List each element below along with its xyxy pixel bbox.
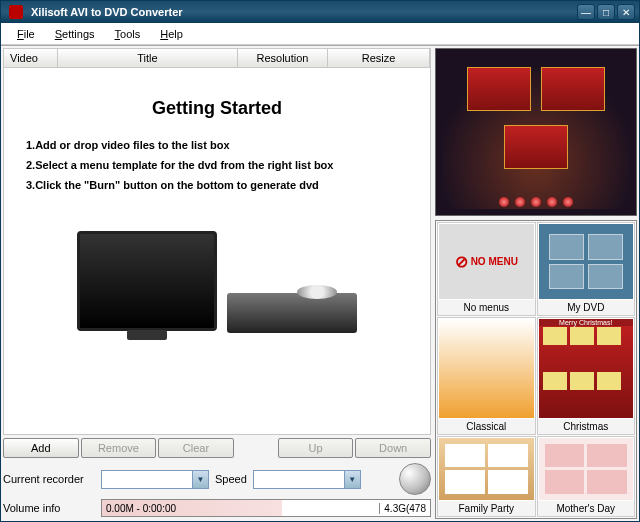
template-no-menus[interactable]: NO MENU No menus [437, 222, 536, 316]
preview-prev-icon[interactable] [499, 197, 509, 207]
col-title[interactable]: Title [58, 49, 238, 67]
dvd-player-graphic [227, 293, 357, 333]
chevron-down-icon: ▼ [192, 471, 208, 488]
getting-started-heading: Getting Started [26, 98, 408, 119]
menubar: File Settings Tools Help [1, 23, 639, 45]
template-family-party[interactable]: Family Party [437, 436, 536, 517]
titlebar: Xilisoft AVI to DVD Converter — □ ✕ [1, 1, 639, 23]
preview-controls [436, 197, 636, 211]
illustration [26, 211, 408, 351]
col-video[interactable]: Video [4, 49, 58, 67]
add-button[interactable]: Add [3, 438, 79, 458]
preview-thumb [541, 67, 605, 111]
menu-tools[interactable]: Tools [107, 26, 149, 42]
close-button[interactable]: ✕ [617, 4, 635, 20]
template-my-dvd[interactable]: My DVD [537, 222, 636, 316]
preview-thumb [467, 67, 531, 111]
volume-bar: 0.00M - 0:00:00 4.3G(478 [101, 499, 431, 517]
template-christmas[interactable]: Christmas [537, 317, 636, 434]
preview-pause-icon[interactable] [531, 197, 541, 207]
instruction-1: 1.Add or drop video files to the list bo… [26, 139, 408, 151]
file-list-area[interactable]: Getting Started 1.Add or drop video file… [3, 68, 431, 435]
chevron-down-icon: ▼ [344, 471, 360, 488]
template-mothers-day[interactable]: Mother's Day [537, 436, 636, 517]
app-window: Xilisoft AVI to DVD Converter — □ ✕ File… [0, 0, 640, 522]
burn-button[interactable] [399, 463, 431, 495]
menu-file[interactable]: File [9, 26, 43, 42]
no-menu-icon: NO MENU [439, 224, 534, 299]
down-button: Down [355, 438, 431, 458]
speed-label: Speed [215, 473, 247, 485]
volume-label: Volume info [3, 502, 95, 514]
volume-used: 0.00M - 0:00:00 [102, 503, 180, 514]
instruction-2: 2.Select a menu template for the dvd fro… [26, 159, 408, 171]
col-resolution[interactable]: Resolution [238, 49, 328, 67]
speed-select[interactable]: ▼ [253, 470, 361, 489]
instruction-3: 3.Click the "Burn" button on the bottom … [26, 179, 408, 191]
app-icon [9, 5, 23, 19]
menu-help[interactable]: Help [152, 26, 191, 42]
preview-thumb [504, 125, 568, 169]
preview-play-icon[interactable] [515, 197, 525, 207]
template-list: NO MENU No menus My DVD Classical Christ… [435, 220, 637, 519]
volume-capacity: 4.3G(478 [379, 503, 430, 514]
recorder-select[interactable]: ▼ [101, 470, 209, 489]
minimize-button[interactable]: — [577, 4, 595, 20]
recorder-label: Current recorder [3, 473, 95, 485]
preview-next-icon[interactable] [563, 197, 573, 207]
preview-stop-icon[interactable] [547, 197, 557, 207]
template-classical[interactable]: Classical [437, 317, 536, 434]
file-list-header: Video Title Resolution Resize [3, 48, 431, 68]
menu-preview [435, 48, 637, 216]
remove-button: Remove [81, 438, 157, 458]
maximize-button[interactable]: □ [597, 4, 615, 20]
col-resize[interactable]: Resize [328, 49, 430, 67]
window-title: Xilisoft AVI to DVD Converter [27, 6, 577, 18]
tv-graphic [77, 231, 217, 331]
up-button: Up [278, 438, 354, 458]
menu-settings[interactable]: Settings [47, 26, 103, 42]
clear-button: Clear [158, 438, 234, 458]
